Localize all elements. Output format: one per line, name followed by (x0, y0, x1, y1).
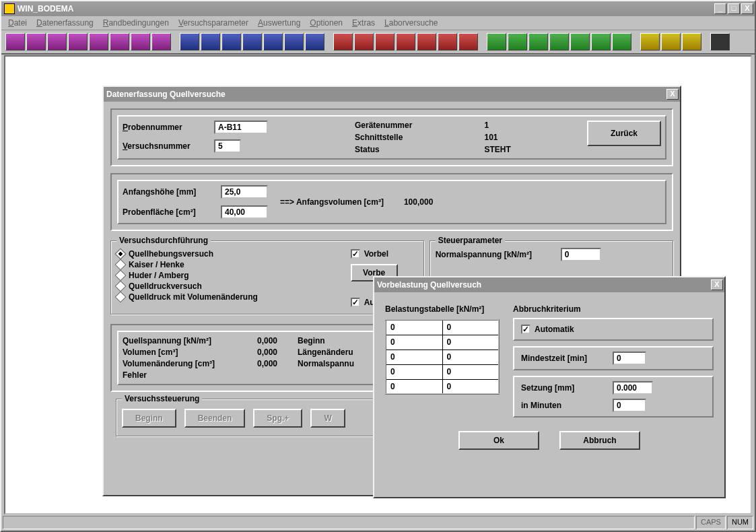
app-title: WIN_BODEMA (18, 4, 73, 13)
dialogB-close-button[interactable]: X (711, 279, 723, 290)
menu-versuchsparameter[interactable]: Versuchsparameter (178, 18, 248, 28)
dialogB-titlebar: Vorbelastung Quellversuch X (374, 277, 724, 292)
volumen-label: Volumen [cm³] (123, 347, 257, 357)
versuchsnummer-label: Versuchsnummer (123, 141, 210, 151)
tool-1[interactable] (5, 33, 25, 51)
tool-b7[interactable] (305, 33, 324, 51)
quellspannung-label: Quellspannung [kN/m²] (123, 336, 257, 345)
menu-datenerfassung[interactable]: Datenerfassung (36, 18, 94, 28)
radio-quelldruck-volumen[interactable]: Quelldruck mit Volumenänderung (116, 292, 351, 302)
menu-randbedingungen[interactable]: Randbedingungen (103, 18, 169, 28)
anfangsvolumen-value: 100,000 (404, 197, 433, 207)
tool-r2[interactable] (354, 33, 374, 51)
radio-quellhebungsversuch[interactable]: Quellhebungsversuch (116, 249, 351, 259)
tool-7[interactable] (131, 33, 150, 51)
setzung-label: Setzung [mm] (521, 383, 609, 393)
menu-extras[interactable]: Extras (352, 18, 375, 28)
app-icon (4, 3, 15, 14)
tool-g2[interactable] (508, 33, 527, 51)
vorbelastung-checkbox[interactable]: ✓Vorbel (351, 249, 418, 259)
minimize-button[interactable]: _ (714, 3, 726, 14)
tool-r1[interactable] (333, 33, 353, 51)
probenflaeche-input[interactable] (221, 205, 268, 219)
anfangsvolumen-label: ==> Anfangsvolumen [cm³] (280, 197, 384, 207)
tool-8[interactable] (151, 33, 171, 51)
tool-y3[interactable] (682, 33, 701, 51)
mindestzeit-input[interactable] (613, 352, 646, 365)
zurueck-button[interactable]: Zurück (587, 121, 661, 146)
close-button[interactable]: X (741, 3, 753, 14)
maximize-button[interactable]: □ (728, 3, 740, 14)
spgplus-button[interactable]: Spg.+ (253, 409, 302, 428)
setzung-input[interactable] (613, 381, 653, 395)
tool-b3[interactable] (221, 33, 241, 51)
normalspannung-input[interactable] (561, 248, 601, 261)
tool-4[interactable] (68, 33, 88, 51)
probennummer-input[interactable] (214, 121, 268, 134)
dialogA-close-button[interactable]: X (666, 89, 679, 100)
dialogA-title: Datenerfassung Quellversuche (106, 90, 226, 99)
normalspannung-label: Normalspannung [kN/m²] (436, 250, 557, 259)
tool-g4[interactable] (549, 33, 569, 51)
mindestzeit-label: Mindestzeit [min] (521, 354, 609, 363)
tool-g5[interactable] (570, 33, 590, 51)
tool-g6[interactable] (591, 33, 611, 51)
schnittstelle-label: Schnittstelle (355, 133, 473, 142)
inminuten-input[interactable] (613, 399, 646, 412)
versuchsnummer-input[interactable] (214, 139, 241, 153)
steuerung-title: Versuchssteuerung (122, 394, 202, 403)
beenden-button[interactable]: Beenden (184, 409, 246, 428)
dialogB-title: Vorbelastung Quellversuch (377, 280, 481, 290)
toolbar (1, 30, 755, 55)
tool-r4[interactable] (396, 33, 415, 51)
status-caps: CAPS (696, 516, 726, 529)
tool-z1[interactable] (710, 33, 730, 51)
tool-r7[interactable] (458, 33, 478, 51)
tool-b5[interactable] (263, 33, 283, 51)
tool-g1[interactable] (487, 33, 506, 51)
tool-b4[interactable] (242, 33, 262, 51)
tool-y1[interactable] (640, 33, 660, 51)
abbruch-button[interactable]: Abbruch (559, 431, 640, 450)
tool-g7[interactable] (612, 33, 631, 51)
tool-r3[interactable] (375, 33, 394, 51)
geraetenummer-value: 1 (485, 121, 571, 130)
tool-5[interactable] (89, 33, 108, 51)
tool-6[interactable] (110, 33, 129, 51)
anfangshoehe-input[interactable] (221, 185, 268, 199)
menu-auswertung[interactable]: Auswertung (258, 18, 300, 28)
w-button[interactable]: W (310, 409, 345, 428)
beginn-button[interactable]: Beginn (122, 409, 176, 428)
automatik-b-checkbox[interactable]: ✓Automatik (521, 325, 706, 334)
status-label: Status (355, 145, 473, 154)
status-main (3, 516, 695, 529)
menu-optionen[interactable]: Optionen (310, 18, 343, 28)
fehler-label: Fehler (123, 370, 257, 380)
probennummer-label: Probennummer (123, 123, 210, 132)
menu-laborversuche[interactable]: Laborversuche (384, 18, 438, 28)
dialogA-titlebar: Datenerfassung Quellversuche X (104, 87, 680, 102)
tool-r5[interactable] (417, 33, 436, 51)
tool-3[interactable] (47, 33, 67, 51)
main-titlebar: WIN_BODEMA _ □ X (1, 1, 755, 16)
menubar: Datei Datenerfassung Randbedingungen Ver… (1, 16, 755, 30)
radio-quelldruckversuch[interactable]: Quelldruckversuch (116, 281, 351, 291)
tool-g3[interactable] (528, 33, 548, 51)
radio-huder-amberg[interactable]: Huder / Amberg (116, 271, 351, 280)
radio-kaiser-henke[interactable]: Kaiser / Henke (116, 260, 351, 269)
ok-button[interactable]: Ok (458, 431, 539, 450)
tool-2[interactable] (26, 33, 46, 51)
tool-y2[interactable] (661, 33, 681, 51)
menu-datei[interactable]: Datei (8, 18, 27, 28)
statusbar: CAPS NUM (3, 516, 753, 529)
versuchsdurchfuehrung-title: Versuchsdurchführung (116, 236, 211, 245)
status-value: STEHT (485, 145, 571, 154)
tool-b6[interactable] (284, 33, 304, 51)
volaenderung-value: 0,000 (257, 359, 298, 368)
belastung-table[interactable]: 00 00 00 00 00 (385, 319, 500, 395)
anfangshoehe-label: Anfangshöhe [mm] (123, 187, 217, 197)
tool-r6[interactable] (438, 33, 457, 51)
probenflaeche-label: Probenfläche [cm²] (123, 207, 217, 217)
tool-b2[interactable] (201, 33, 220, 51)
tool-b1[interactable] (180, 33, 199, 51)
